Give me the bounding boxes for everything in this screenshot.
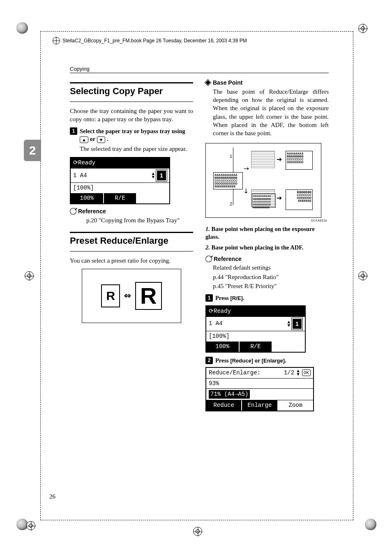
lcd1-ratio: [100%] [73,184,94,192]
lcd3-opt1: 93% [209,380,219,388]
left-column: Selecting Copy Paper Choose the tray con… [70,79,193,414]
base-point-heading: Base Point [205,79,329,87]
preset-intro: You can select a preset ratio for copyin… [70,256,193,265]
preset-step-1-post: . [243,295,244,301]
heading-selecting-copy-paper: Selecting Copy Paper [70,85,193,97]
reference-label-1: Reference [78,208,106,215]
crop-mark-tl-sphere [16,22,28,34]
reference-icon-2 [204,254,214,264]
lcd2-ready-row: ⟳Ready [206,306,305,316]
figure-label-1: 1 [230,153,232,159]
reduce-key-label: [Reduce] [230,358,253,364]
step-number-2-icon: 2 [205,357,213,364]
base-point-figure: 1 2 ➔ AAAAAAAA BBBBBBBB CCCCCCCC DDDDDDD… [205,143,321,218]
lcd1-footer: 100% R/E [71,193,169,203]
copies-badge: 1 [156,170,167,181]
figure-label-2: 2 [230,201,232,207]
register-mark-icon [53,37,60,44]
updown-arrows-icon: ▲▼ [152,172,154,179]
figure-caption: GCKA031e [205,219,329,222]
diagonal-arrow-icon-2: ↗ [241,186,251,196]
updown-arrows-icon-3: ▲▼ [297,369,300,376]
lcd1-foot-mid: R/E [104,193,137,203]
lcd-display-3: Reduce/Enlarge: 1/2 ▲▼ OK 93% 71% (A4→A5… [205,367,314,412]
crop-mark-mr-cross [359,272,368,281]
crop-mark-bl-cross [27,522,36,531]
heading-preset-block: Preset Reduce/Enlarge [70,232,193,252]
figure-note-1-text: Base point when placing on the exposure … [205,226,315,240]
preset-step-2-text: Press [Reduce] or [Enlarge]. [215,357,286,365]
figure-note-2-num: 2. [205,244,210,251]
page-number: 26 [49,493,55,500]
figure-note-2-text: Base point when placing in the ADF. [212,244,304,251]
lcd3-opt1-row: 93% [206,378,313,389]
lcd1-ratio-row: [100%] [71,182,169,193]
right-column: Base Point The base point of Reduce/Enla… [205,79,329,414]
preset-step-2: 2 Press [Reduce] or [Enlarge]. [205,357,329,365]
ok-key-icon: OK [302,369,311,376]
crop-mark-tr-cross [359,24,368,33]
scp-intro: Choose the tray containing the paper you… [70,107,193,124]
figure-leader-1 [233,148,233,172]
arrow-right-icon-2: ➔ [277,194,282,203]
diamond-bullet-icon [205,79,212,86]
figure-leader-2 [233,189,233,205]
preset-step-1: 1 Press [R/E]. [205,294,329,302]
heading-selecting-copy-paper-block: Selecting Copy Paper [70,82,193,102]
side-chapter-tab: 2 [24,140,41,161]
enlarge-key-label: [Enlarge] [262,358,285,364]
figure-note-1: 1. Base point when placing on the exposu… [205,225,329,241]
lcd3-foot-reduce: Reduce [206,400,242,411]
preset-step-1-text: Press [R/E]. [215,294,244,302]
running-head-text: StellaC2_GBcopy_F1_pre_FM.book Page 26 T… [62,38,247,44]
lcd2-tray: 1 A4 [209,320,223,328]
scp-step-1-pre: Select the paper tray or bypass tray usi… [80,128,185,134]
running-head: StellaC2_GBcopy_F1_pre_FM.book Page 26 T… [53,37,247,44]
scp-step-1: 1 Select the paper tray or bypass tray u… [70,127,193,143]
reference-label-2: Reference [214,255,242,263]
reference-icon [69,207,78,216]
lcd1-foot-left: 100% [71,193,104,203]
lcd3-footer: Reduce Enlarge Zoom [206,400,313,411]
fig-sheet-m: AAAAAAAAAAA BBBBBBBBBBB CCCCCCCCCCC DDDD… [213,172,243,189]
arrow-right-icon-1: ➔ [277,155,282,164]
double-arrow-icon: ⇔ [124,290,131,301]
lcd2-footer: 100% R/E [206,342,305,352]
figure-note-2: 2. Base point when placing in the ADF. [205,244,329,252]
fig-sheet-1a [251,151,275,168]
heading-preset-reduce-enlarge: Preset Reduce/Enlarge [70,235,193,247]
lcd-display-2: ⟳Ready 1 A4 ▲▼ 1 [100%] 100% R/E [205,305,306,353]
reduce-enlarge-diagram: R ⇔ R [82,269,181,323]
lcd3-opt2-selected: 71% (A4→A5) [209,390,250,399]
crop-mark-bc-cross [194,527,203,536]
lcd3-foot-zoom: Zoom [278,400,313,411]
lcd1-tray-row: 1 A4 ▲▼ 1 [71,168,169,182]
re-key-label: [R/E] [230,295,242,301]
figure-note-1-num: 1. [205,226,210,232]
scp-step-1-result: The selected tray and the paper size app… [80,145,193,153]
lcd1-ready: Ready [78,159,95,166]
fig-sheet-2a-text: AAAAAAAAAA BBBBBBBBBB CCCCCCCCCC DDDDDDD… [252,194,276,208]
preset-step-1-pre: Press [215,295,230,301]
step-number-1-icon: 1 [70,127,77,135]
section-label: Copying [70,66,329,72]
preset-step-2-post: . [285,357,286,364]
crop-mark-ml-cross [25,272,34,281]
reference-heading-2: Reference [205,255,329,263]
preset-step-2-pre: Press [215,357,230,364]
lcd1-ready-row: ⟳Ready [71,158,169,168]
lcd3-foot-enlarge: Enlarge [242,400,278,411]
reference-heading-1: Reference [70,208,193,215]
side-chapter-number: 2 [29,143,36,157]
crop-mark-br-sphere [365,519,376,530]
lcd3-page-indicator: 1/2 [284,369,294,377]
up-arrow-key: ▲ [80,136,88,143]
fig-sheet-1b: AAAAAAAA BBBBBBBB CCCCCCCC DDDDDDDD [286,151,313,170]
lcd2-ratio-row: [100%] [206,331,305,342]
ref2-line-0: Related default settings [213,263,329,272]
lcd2-foot-left: 100% [206,342,240,352]
ref2-line-2: p.45 "Preset R/E Priority" [213,282,329,290]
lcd2-ratio: [100%] [209,332,229,340]
ref2-line-1: p.44 "Reproduction Ratio" [213,273,329,281]
scp-step-1-text: Select the paper tray or bypass tray usi… [80,127,193,143]
